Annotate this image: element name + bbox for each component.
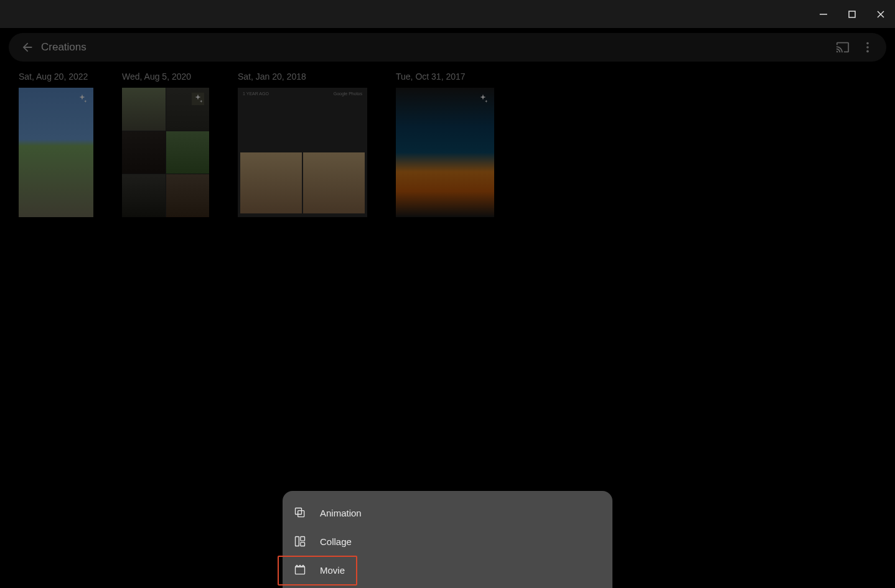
sheet-item-collage[interactable]: Collage bbox=[283, 527, 612, 556]
svg-point-4 bbox=[866, 42, 869, 45]
svg-rect-9 bbox=[296, 537, 299, 546]
creation-group: Sat, Aug 20, 2022 bbox=[19, 72, 93, 217]
sheet-item-label: Collage bbox=[320, 536, 352, 547]
date-label: Tue, Oct 31, 2017 bbox=[396, 72, 494, 82]
svg-point-5 bbox=[866, 46, 869, 49]
collage-icon bbox=[294, 535, 306, 548]
creation-group: Sat, Jan 20, 2018 1 YEAR AGO Google Phot… bbox=[238, 72, 367, 217]
date-label: Sat, Aug 20, 2022 bbox=[19, 72, 93, 82]
date-label: Wed, Aug 5, 2020 bbox=[122, 72, 209, 82]
creation-thumbnail[interactable] bbox=[396, 88, 494, 217]
create-bottom-sheet: Animation Collage Movie bbox=[283, 491, 612, 588]
movie-icon bbox=[294, 564, 306, 576]
cast-button[interactable] bbox=[830, 35, 855, 60]
back-button[interactable] bbox=[15, 35, 40, 60]
appbar-wrapper: Creations bbox=[0, 28, 895, 62]
creation-group: Wed, Aug 5, 2020 bbox=[122, 72, 209, 217]
creations-grid: Sat, Aug 20, 2022 Wed, Aug 5, 2020 Sat, … bbox=[0, 62, 895, 227]
sparkle-icon bbox=[192, 93, 204, 105]
svg-rect-1 bbox=[849, 11, 855, 17]
window-titlebar bbox=[0, 0, 895, 28]
creation-thumbnail[interactable] bbox=[19, 88, 93, 217]
minimize-button[interactable] bbox=[809, 0, 838, 28]
sheet-item-animation[interactable]: Animation bbox=[283, 498, 612, 527]
creation-group: Tue, Oct 31, 2017 bbox=[396, 72, 494, 217]
date-label: Sat, Jan 20, 2018 bbox=[238, 72, 367, 82]
sheet-item-label: Movie bbox=[320, 565, 345, 576]
sheet-item-label: Animation bbox=[320, 508, 362, 518]
svg-rect-11 bbox=[301, 543, 305, 546]
sparkle-icon bbox=[76, 93, 88, 105]
svg-point-6 bbox=[866, 50, 869, 53]
more-button[interactable] bbox=[855, 35, 880, 60]
close-button[interactable] bbox=[866, 0, 895, 28]
svg-rect-8 bbox=[298, 511, 304, 517]
svg-rect-12 bbox=[296, 567, 305, 574]
sparkle-icon bbox=[477, 93, 489, 105]
maximize-button[interactable] bbox=[838, 0, 866, 28]
main-area: Creations Sat, Aug 20, 2022 Wed, Aug 5, … bbox=[0, 28, 895, 588]
collage-banner-right: Google Photos bbox=[334, 91, 362, 99]
page-title: Creations bbox=[41, 41, 87, 54]
svg-rect-10 bbox=[301, 537, 305, 541]
creation-thumbnail[interactable] bbox=[122, 88, 209, 217]
svg-rect-7 bbox=[296, 508, 302, 515]
animation-icon bbox=[294, 506, 306, 519]
appbar: Creations bbox=[9, 33, 886, 62]
collage-banner-left: 1 YEAR AGO bbox=[243, 91, 269, 99]
sheet-item-movie[interactable]: Movie bbox=[283, 556, 612, 584]
creation-thumbnail[interactable]: 1 YEAR AGO Google Photos bbox=[238, 88, 367, 217]
